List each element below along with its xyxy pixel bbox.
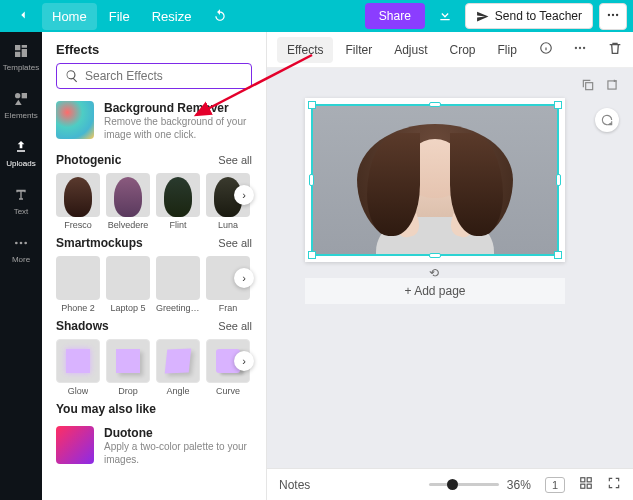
more-icon (606, 8, 620, 22)
toolbar-flip[interactable]: Flip (488, 37, 527, 63)
shadows-next[interactable]: › (234, 351, 254, 371)
panel-title: Effects (42, 32, 266, 63)
svg-point-1 (612, 13, 614, 15)
zoom-thumb[interactable] (447, 479, 458, 490)
resize-handle-bm[interactable] (429, 253, 441, 258)
toolbar-info[interactable] (529, 35, 563, 64)
page-indicator[interactable]: 1 (545, 477, 565, 493)
side-rail: Templates Elements Uploads Text More (0, 32, 42, 500)
effect-duotone[interactable]: Duotone Apply a two-color palette to you… (56, 422, 260, 466)
bg-remover-desc: Remove the background of your image with… (104, 115, 256, 141)
effect-flint[interactable]: Flint (156, 173, 200, 230)
svg-rect-12 (586, 83, 593, 90)
mockup-greetingcard[interactable]: Greeting car... (156, 256, 200, 313)
footer: Notes 36% 1 (267, 468, 633, 500)
more-icon (573, 41, 587, 55)
shadow-glow[interactable]: Glow (56, 339, 100, 396)
add-page-icon (605, 78, 619, 92)
svg-point-0 (608, 13, 610, 15)
home-button[interactable]: Home (42, 3, 97, 30)
top-bar: Home File Resize Share Send to Teacher (0, 0, 633, 32)
resize-handle-tr[interactable] (554, 101, 562, 109)
svg-rect-15 (587, 478, 591, 482)
rail-uploads[interactable]: Uploads (6, 136, 35, 170)
resize-handle-tm[interactable] (429, 102, 441, 107)
file-menu[interactable]: File (99, 3, 140, 30)
resize-handle-br[interactable] (554, 251, 562, 259)
resize-handle-ml[interactable] (309, 174, 314, 186)
zoom-slider[interactable]: 36% (429, 478, 531, 492)
download-button[interactable] (431, 3, 459, 30)
resize-handle-mr[interactable] (556, 174, 561, 186)
shadow-drop[interactable]: Drop (106, 339, 150, 396)
animate-button[interactable] (595, 108, 619, 132)
rail-more[interactable]: More (12, 232, 30, 266)
notes-button[interactable]: Notes (279, 478, 310, 492)
svg-rect-13 (608, 81, 616, 89)
info-icon (539, 41, 553, 55)
section-photogenic-title: Photogenic (56, 153, 121, 167)
background-remover-item[interactable]: Background Remover Remove the background… (56, 99, 266, 153)
svg-point-11 (583, 47, 585, 49)
delete-button[interactable] (607, 40, 623, 59)
duplicate-page-button[interactable] (581, 78, 595, 95)
effect-fresco[interactable]: Fresco (56, 173, 100, 230)
effects-panel: Effects Background Remover Remove the ba… (42, 32, 267, 500)
add-page-button[interactable]: + Add page (305, 278, 565, 304)
rail-templates[interactable]: Templates (3, 40, 39, 74)
grid-view-button[interactable] (579, 476, 593, 493)
svg-rect-17 (587, 484, 591, 488)
svg-point-5 (15, 242, 18, 245)
fullscreen-button[interactable] (607, 476, 621, 493)
svg-rect-14 (581, 478, 585, 482)
section-you-may-like-title: You may also like (56, 402, 156, 416)
canvas-viewport[interactable]: ⟲ + Add page (267, 68, 633, 468)
photogenic-next[interactable]: › (234, 185, 254, 205)
undo-button[interactable] (203, 2, 237, 31)
mockup-phone2[interactable]: Phone 2 (56, 256, 100, 313)
resize-handle-tl[interactable] (308, 101, 316, 109)
toolbar-adjust[interactable]: Adjust (384, 37, 437, 63)
section-smartmockups-title: Smartmockups (56, 236, 143, 250)
download-icon (437, 7, 453, 23)
toolbar-more[interactable] (565, 37, 595, 62)
canvas-page[interactable] (305, 98, 565, 262)
effect-belvedere[interactable]: Belvedere (106, 173, 150, 230)
send-icon (476, 10, 489, 23)
toolbar-effects[interactable]: Effects (277, 37, 333, 63)
back-button[interactable] (6, 2, 40, 31)
seeall-photogenic[interactable]: See all (218, 154, 252, 166)
smartmockups-next[interactable]: › (234, 268, 254, 288)
trash-icon (607, 40, 623, 56)
share-button[interactable]: Share (365, 3, 425, 29)
zoom-track[interactable] (429, 483, 499, 486)
rail-elements[interactable]: Elements (4, 88, 37, 122)
section-shadows-title: Shadows (56, 319, 109, 333)
selected-image[interactable] (311, 104, 559, 256)
toolbar-crop[interactable]: Crop (440, 37, 486, 63)
send-to-teacher-button[interactable]: Send to Teacher (465, 3, 593, 29)
duotone-title: Duotone (104, 426, 250, 440)
seeall-shadows[interactable]: See all (218, 320, 252, 332)
elements-icon (12, 90, 30, 108)
resize-menu[interactable]: Resize (142, 3, 202, 30)
refresh-icon (600, 113, 614, 127)
photo-content (313, 106, 557, 254)
grid-icon (579, 476, 593, 490)
duotone-icon (56, 426, 94, 464)
svg-rect-4 (22, 93, 27, 98)
toolbar-filter[interactable]: Filter (335, 37, 382, 63)
top-more-button[interactable] (599, 3, 627, 30)
search-effects-input[interactable] (85, 69, 243, 83)
new-page-button[interactable] (605, 78, 619, 95)
resize-handle-bl[interactable] (308, 251, 316, 259)
uploads-icon (12, 138, 30, 156)
search-effects-box[interactable] (56, 63, 252, 89)
duotone-desc: Apply a two-color palette to your images… (104, 440, 250, 466)
svg-point-7 (24, 242, 27, 245)
shadow-angle[interactable]: Angle (156, 339, 200, 396)
seeall-smartmockups[interactable]: See all (218, 237, 252, 249)
mockup-laptop5[interactable]: Laptop 5 (106, 256, 150, 313)
svg-point-3 (15, 93, 20, 98)
rail-text[interactable]: Text (12, 184, 30, 218)
